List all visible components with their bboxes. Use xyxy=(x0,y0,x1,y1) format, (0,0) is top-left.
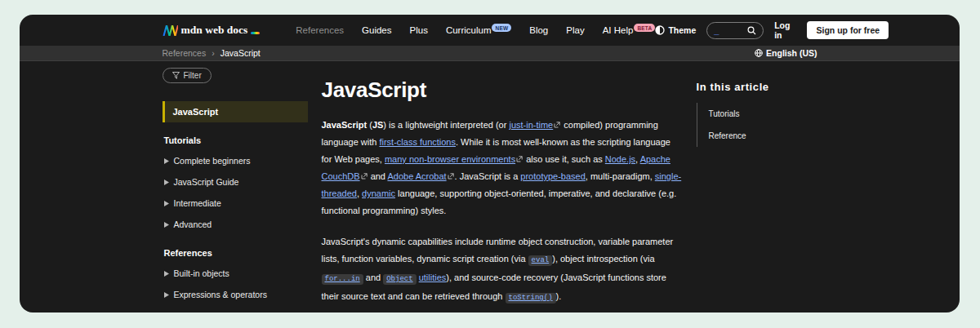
nav-item-references[interactable]: References xyxy=(296,25,344,35)
external-link-icon xyxy=(554,117,560,134)
page-title: JavaScript xyxy=(322,78,683,103)
header-actions: Theme _ Log in Sign up for free xyxy=(655,20,889,40)
toc-item-tutorials[interactable]: Tutorials xyxy=(697,103,817,125)
search-input[interactable]: _ xyxy=(706,22,764,39)
chevron-right-icon xyxy=(164,180,169,185)
sidebar-item-expressions-operators[interactable]: Expressions & operators xyxy=(164,284,308,305)
sidebar-item-advanced[interactable]: Advanced xyxy=(164,214,308,235)
toc-list: Tutorials Reference xyxy=(697,103,817,147)
login-link[interactable]: Log in xyxy=(774,20,796,40)
article-main: JavaScript JavaScript (JS) is a lightwei… xyxy=(322,61,683,312)
link-nodejs[interactable]: Node.js xyxy=(605,154,635,164)
nav-item-blog[interactable]: Blog xyxy=(529,25,548,35)
chevron-right-icon xyxy=(164,292,169,298)
link-for-in[interactable]: for...in xyxy=(322,274,363,285)
chevron-right-icon xyxy=(164,222,169,228)
language-switcher[interactable]: English (US) xyxy=(755,48,817,58)
nav-item-curriculum[interactable]: CurriculumNEW xyxy=(446,25,511,35)
breadcrumb-separator: › xyxy=(212,48,215,58)
globe-icon xyxy=(755,49,763,57)
sidebar-item-javascript-active[interactable]: JavaScript xyxy=(163,101,308,122)
new-badge: NEW xyxy=(492,24,511,32)
mdn-logo-wordmark: mdn web docs xyxy=(181,24,248,37)
link-object[interactable]: Object xyxy=(383,274,416,285)
breadcrumb-references[interactable]: References xyxy=(163,48,207,58)
nav-item-plus[interactable]: Plus xyxy=(410,25,428,35)
bold-javascript: JavaScript xyxy=(322,120,368,130)
breadcrumb-javascript[interactable]: JavaScript xyxy=(220,48,261,58)
link-non-browser-environments[interactable]: many non-browser environments xyxy=(385,154,515,164)
external-link-icon xyxy=(361,168,368,185)
link-adobe-acrobat[interactable]: Adobe Acrobat xyxy=(387,171,446,181)
mdn-logo-icon xyxy=(163,25,178,36)
toc-title: In this article xyxy=(697,81,817,93)
top-navigation-bar: mdn web docs References Guides Plus Curr… xyxy=(20,15,960,46)
browser-viewport: mdn web docs References Guides Plus Curr… xyxy=(20,15,960,312)
toc-item-reference[interactable]: Reference xyxy=(697,125,817,147)
filter-icon xyxy=(172,72,180,79)
search-cursor: _ xyxy=(714,26,719,34)
filter-label: Filter xyxy=(184,71,202,80)
link-tostring[interactable]: toString() xyxy=(506,293,556,304)
bold-js: JS xyxy=(372,120,383,130)
sidebar-item-javascript-guide[interactable]: JavaScript Guide xyxy=(164,171,308,193)
link-utilities[interactable]: utilities xyxy=(419,273,447,282)
breadcrumb-bar: References › JavaScript English (US) xyxy=(20,46,960,61)
link-prototype-based[interactable]: prototype-based xyxy=(520,171,586,181)
article-paragraph-1: JavaScript (JS) is a lightweight interpr… xyxy=(322,117,683,219)
link-just-in-time[interactable]: just-in-time xyxy=(509,120,553,130)
nav-item-guides[interactable]: Guides xyxy=(362,25,391,35)
nav-item-ai-help[interactable]: AI HelpBETA xyxy=(603,25,656,35)
main-navigation: References Guides Plus CurriculumNEW Blo… xyxy=(296,25,655,35)
chevron-right-icon xyxy=(164,201,169,206)
language-label: English (US) xyxy=(766,48,817,58)
sidebar-section-references: References xyxy=(164,248,308,258)
chevron-right-icon xyxy=(164,271,169,277)
sidebar-item-built-in-objects[interactable]: Built-in objects xyxy=(164,263,308,284)
filter-button[interactable]: Filter xyxy=(163,68,212,83)
breadcrumb: References › JavaScript xyxy=(163,48,261,58)
theme-icon xyxy=(655,25,665,35)
sidebar-item-complete-beginners[interactable]: Complete beginners xyxy=(164,150,308,171)
sidebar-item-statements-declarations[interactable]: Statements & declarations xyxy=(164,305,308,312)
page-content: Filter JavaScript Tutorials Complete beg… xyxy=(20,61,960,312)
theme-toggle[interactable]: Theme xyxy=(655,25,696,35)
external-link-icon xyxy=(516,151,523,168)
chevron-right-icon xyxy=(164,158,169,164)
mdn-logo[interactable]: mdn web docs xyxy=(163,24,261,37)
mdn-logo-underscore xyxy=(251,32,260,34)
sidebar-item-intermediate[interactable]: Intermediate xyxy=(164,193,308,214)
article-paragraph-2: JavaScript's dynamic capabilities includ… xyxy=(322,233,683,307)
nav-item-play[interactable]: Play xyxy=(566,25,584,35)
signup-button[interactable]: Sign up for free xyxy=(807,21,889,39)
sidebar-section-tutorials: Tutorials xyxy=(164,135,308,145)
external-link-icon xyxy=(448,168,454,185)
theme-label: Theme xyxy=(668,25,696,35)
link-eval[interactable]: eval xyxy=(528,255,553,266)
docs-sidebar: Filter JavaScript Tutorials Complete beg… xyxy=(163,61,308,312)
beta-badge: BETA xyxy=(634,24,655,32)
search-icon xyxy=(747,26,756,35)
link-first-class-functions[interactable]: first-class functions xyxy=(379,137,456,147)
in-this-article-panel: In this article Tutorials Reference xyxy=(697,61,817,312)
link-dynamic[interactable]: dynamic xyxy=(362,188,395,198)
